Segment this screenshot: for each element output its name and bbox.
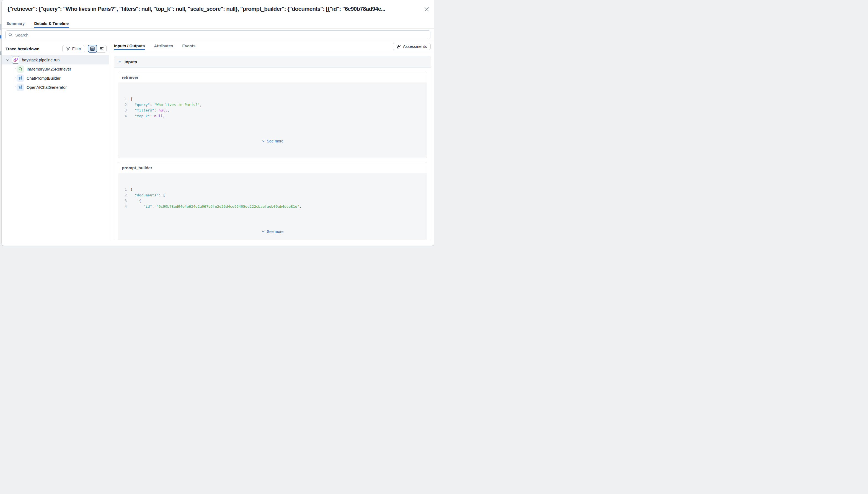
code-line: 2 "documents": [ xyxy=(118,192,427,198)
code-line: 1{ xyxy=(118,96,427,102)
search-icon xyxy=(18,67,23,71)
trace-breakdown-panel: Trace breakdown Filter xyxy=(2,42,109,240)
code-token: null xyxy=(154,113,163,119)
code-token: "Who lives in Paris?" xyxy=(154,102,200,108)
code-token: "filters" xyxy=(130,108,154,113)
line-number: 4 xyxy=(118,113,127,119)
code-token: : xyxy=(154,108,159,113)
chevron-down-icon xyxy=(262,230,265,233)
json-code-block: 1{2 "documents": [3 {4 "id": "6c90b78ad9… xyxy=(118,173,427,240)
tree-row-prompt-builder[interactable]: ChatPromptBuilder xyxy=(2,74,109,83)
tree-row-chat-generator[interactable]: OpenAIChatGenerator xyxy=(2,83,109,92)
search-input[interactable] xyxy=(15,33,427,37)
trace-detail-modal: {"retriever": {"query": "Who lives in Pa… xyxy=(1,0,434,246)
filter-button-label: Filter xyxy=(72,46,81,51)
code-line: 2 "query": "Who lives in Paris?", xyxy=(118,102,427,108)
code-token: "query" xyxy=(130,102,150,108)
tree-row-label: haystack.pipeline.run xyxy=(22,58,59,62)
chat-generator-span-icon-box xyxy=(17,83,24,91)
code-token: "documents" xyxy=(130,192,159,198)
search-icon xyxy=(8,33,13,37)
search-box[interactable] xyxy=(5,31,430,39)
code-token: "6c90b78ad94e4e634e2a067b5fe2d26d4ce9540… xyxy=(156,204,299,210)
list-view-icon xyxy=(90,46,95,51)
tree-row-label: InMemoryBM25Retriever xyxy=(26,67,71,71)
network-icon xyxy=(18,76,23,80)
inputs-outputs-content: Inputs retriever 1{2 "query": "Who lives… xyxy=(109,51,434,240)
code-token: : xyxy=(152,204,156,210)
search-row xyxy=(2,29,434,42)
code-line: 4 "id": "6c90b78ad94e4e634e2a067b5fe2d26… xyxy=(118,204,427,210)
see-more-link[interactable]: See more xyxy=(118,227,427,237)
link-icon xyxy=(13,58,18,62)
code-token: : xyxy=(150,102,154,108)
pipeline-span-icon-box xyxy=(12,56,19,64)
chevron-down-icon xyxy=(262,139,265,143)
line-number: 3 xyxy=(118,108,127,113)
tab-events[interactable]: Events xyxy=(182,42,196,50)
trace-breakdown-title: Trace breakdown xyxy=(5,46,62,51)
tree-row-label: ChatPromptBuilder xyxy=(26,76,61,80)
detail-tab-bar: Inputs / Outputs Attributes Events Asses… xyxy=(109,42,434,51)
input-card-prompt-builder: prompt_builder 1{2 "documents": [3 {4 "i… xyxy=(118,162,427,240)
assessments-button-label: Assessments xyxy=(403,44,427,49)
view-toggle-group xyxy=(88,45,107,53)
inputs-section: Inputs retriever 1{2 "query": "Who lives… xyxy=(114,56,431,240)
filter-button[interactable]: Filter xyxy=(62,45,85,52)
code-line: 4 "top_k": null, xyxy=(118,113,427,119)
assessments-button[interactable]: Assessments xyxy=(393,43,431,50)
card-title: retriever xyxy=(118,72,427,82)
code-token: { xyxy=(130,198,141,204)
input-card-retriever: retriever 1{2 "query": "Who lives in Par… xyxy=(118,72,427,158)
list-view-toggle[interactable] xyxy=(88,45,97,53)
code-token: : [ xyxy=(159,192,165,198)
span-detail-panel: Inputs / Outputs Attributes Events Asses… xyxy=(109,42,434,240)
tab-inputs-outputs[interactable]: Inputs / Outputs xyxy=(114,42,145,50)
line-number: 2 xyxy=(118,192,127,198)
code-token: { xyxy=(130,96,133,102)
line-number: 1 xyxy=(118,187,127,192)
code-line: 3 "filters": null, xyxy=(118,108,427,113)
tab-details-timeline[interactable]: Details & Timeline xyxy=(34,19,69,28)
gavel-icon xyxy=(396,44,401,49)
chevron-down-icon xyxy=(118,60,122,64)
code-token: , xyxy=(299,204,302,210)
prompt-builder-span-icon-box xyxy=(17,74,24,82)
modal-tab-bar: Summary Details & Timeline xyxy=(2,19,434,29)
line-number: 1 xyxy=(118,96,127,102)
network-icon xyxy=(18,85,23,90)
code-line: 1{ xyxy=(118,187,427,192)
funnel-icon xyxy=(66,47,70,51)
modal-header: {"retriever": {"query": "Who lives in Pa… xyxy=(2,0,434,19)
code-token: , xyxy=(163,113,165,119)
code-token: "id" xyxy=(130,204,152,210)
line-number: 2 xyxy=(118,102,127,108)
tree-row-label: OpenAIChatGenerator xyxy=(26,85,67,90)
card-title: prompt_builder xyxy=(118,163,427,173)
trace-tree: haystack.pipeline.run InMemoryBM25Retrie… xyxy=(2,55,109,92)
inputs-section-title: Inputs xyxy=(125,59,137,64)
code-token: "top_k" xyxy=(130,113,150,119)
modal-title: {"retriever": {"query": "Who lives in Pa… xyxy=(7,5,420,12)
close-icon[interactable] xyxy=(423,5,430,13)
tree-row-retriever[interactable]: InMemoryBM25Retriever xyxy=(2,64,109,74)
code-token: null xyxy=(159,108,167,113)
code-token: , xyxy=(167,108,169,113)
chevron-down-icon[interactable] xyxy=(6,58,10,62)
code-token: , xyxy=(200,102,202,108)
code-token: { xyxy=(130,187,133,192)
tree-row-pipeline-run[interactable]: haystack.pipeline.run xyxy=(2,55,109,64)
tab-summary[interactable]: Summary xyxy=(6,19,25,28)
line-number: 3 xyxy=(118,198,127,204)
line-number: 4 xyxy=(118,204,127,210)
inputs-section-header[interactable]: Inputs xyxy=(114,56,431,68)
waterfall-view-toggle[interactable] xyxy=(97,45,106,52)
copy-icon[interactable] xyxy=(418,85,424,91)
code-token: : xyxy=(150,113,154,119)
tab-attributes[interactable]: Attributes xyxy=(154,42,173,50)
code-line: 3 { xyxy=(118,198,427,204)
waterfall-view-icon xyxy=(99,46,104,51)
see-more-link[interactable]: See more xyxy=(118,136,427,147)
copy-icon[interactable] xyxy=(418,175,424,181)
retriever-span-icon-box xyxy=(17,65,24,73)
